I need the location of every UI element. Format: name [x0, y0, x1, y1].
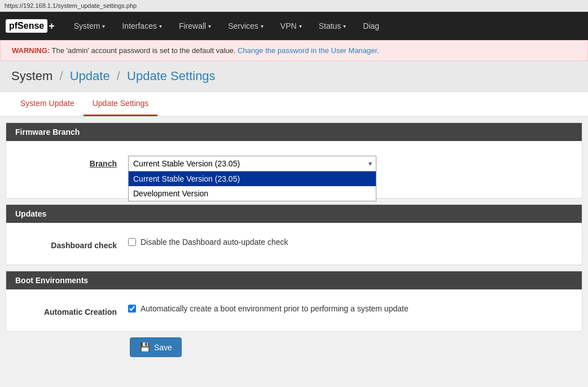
save-button-label: Save	[154, 343, 172, 352]
navbar: pfSense + System ▾ Interfaces ▾ Firewall…	[0, 12, 588, 40]
dropdown-option-stable[interactable]: Current Stable Version (23.05)	[129, 171, 376, 186]
nav-item-firewall[interactable]: Firewall ▾	[171, 17, 219, 35]
breadcrumb: System / Update / Update Settings	[11, 69, 577, 83]
panel-firmware-branch: Firmware Branch Branch Current Stable Ve…	[6, 122, 582, 199]
dashboard-checkbox-label: Disable the Dashboard auto-update check	[141, 238, 288, 247]
nav-item-system[interactable]: System ▾	[66, 17, 113, 35]
auto-creation-checkbox-label: Automatically create a boot environment …	[141, 304, 409, 313]
firmware-heading-text: Firmware Branch	[15, 127, 80, 137]
dropdown-options: Current Stable Version (23.05) Developme…	[128, 171, 376, 201]
pf-plus: +	[49, 20, 55, 32]
branch-select[interactable]: Current Stable Version (23.05) Developme…	[128, 156, 376, 171]
warning-label: WARNING:	[12, 46, 50, 55]
panel-body-updates: Dashboard check Disable the Dashboard au…	[6, 223, 582, 265]
nav-label-diag: Diag	[363, 21, 379, 30]
branch-label-text: Branch	[90, 159, 117, 168]
panel-heading-firmware: Firmware Branch	[6, 123, 582, 141]
updates-heading-text: Updates	[15, 209, 46, 218]
nav-item-vpn[interactable]: VPN ▾	[273, 17, 310, 35]
bc-sep-2: /	[117, 69, 120, 83]
panel-heading-updates: Updates	[6, 205, 582, 223]
dropdown-option-dev[interactable]: Development Version	[129, 186, 376, 201]
nav-label-status: Status	[319, 21, 341, 30]
branch-dropdown-wrapper: Current Stable Version (23.05) Developme…	[128, 156, 573, 171]
chevron-down-icon: ▾	[208, 23, 211, 29]
auto-creation-control: Automatically create a boot environment …	[128, 304, 573, 313]
bc-system: System	[11, 69, 52, 83]
option-dev-label: Development Version	[133, 189, 208, 198]
content-area: Firmware Branch Branch Current Stable Ve…	[0, 122, 588, 374]
dashboard-check-row: Dashboard check Disable the Dashboard au…	[15, 232, 573, 256]
panel-updates: Updates Dashboard check Disable the Dash…	[6, 204, 582, 265]
option-stable-label: Current Stable Version (23.05)	[133, 174, 240, 183]
dashboard-label: Dashboard check	[15, 238, 128, 250]
chevron-down-icon: ▾	[343, 23, 346, 29]
nav-item-status[interactable]: Status ▾	[311, 17, 354, 35]
panel-heading-boot: Boot Environments	[6, 271, 582, 289]
page-header: System / Update / Update Settings	[0, 61, 588, 92]
main-content: WARNING: The 'admin' account password is…	[0, 40, 588, 374]
auto-creation-checkbox[interactable]	[128, 305, 136, 313]
tab-system-update[interactable]: System Update	[11, 92, 84, 116]
tabs-container: System Update Update Settings	[0, 92, 588, 117]
nav-label-interfaces: Interfaces	[122, 21, 156, 30]
panel-body-boot: Automatic Creation Automatically create …	[6, 289, 582, 331]
dashboard-label-text: Dashboard check	[51, 241, 117, 250]
tab-label-update-settings: Update Settings	[93, 99, 149, 108]
branch-label: Branch	[15, 156, 128, 168]
warning-banner: WARNING: The 'admin' account password is…	[0, 40, 588, 61]
firmware-branch-row: Branch Current Stable Version (23.05) De…	[15, 150, 573, 189]
dashboard-check-control: Disable the Dashboard auto-update check	[128, 238, 573, 247]
save-button[interactable]: 💾 Save	[130, 337, 182, 357]
tab-label-system-update: System Update	[20, 99, 74, 108]
chevron-down-icon: ▾	[299, 23, 302, 29]
boot-heading-text: Boot Environments	[15, 276, 88, 285]
auto-creation-row: Automatic Creation Automatically create …	[15, 298, 573, 322]
tab-update-settings[interactable]: Update Settings	[84, 92, 158, 116]
nav-item-interfaces[interactable]: Interfaces ▾	[114, 17, 169, 35]
warning-message: The 'admin' account password is set to t…	[52, 46, 238, 55]
nav-item-diag[interactable]: Diag	[355, 17, 387, 35]
branch-control: Current Stable Version (23.05) Developme…	[128, 156, 573, 183]
dashboard-check-checkbox[interactable]	[128, 238, 136, 246]
pf-logo-text: pfSense	[6, 19, 47, 33]
chevron-down-icon: ▾	[261, 23, 264, 29]
save-icon: 💾	[139, 342, 151, 353]
nav-item-services[interactable]: Services ▾	[220, 17, 271, 35]
bc-sep-1: /	[59, 69, 63, 83]
bc-update[interactable]: Update	[70, 69, 110, 83]
nav-label-vpn: VPN	[280, 21, 297, 30]
tabs: System Update Update Settings	[11, 92, 577, 116]
auto-creation-label-text: Automatic Creation	[44, 307, 117, 316]
panel-body-firmware: Branch Current Stable Version (23.05) De…	[6, 141, 582, 198]
nav-label-services: Services	[228, 21, 258, 30]
bc-update-settings[interactable]: Update Settings	[127, 69, 216, 83]
chevron-down-icon: ▾	[102, 23, 105, 29]
browser-url-bar: https://192.168.1.1/system_update_settin…	[0, 0, 588, 12]
brand-logo[interactable]: pfSense +	[6, 19, 55, 33]
url-text: https://192.168.1.1/system_update_settin…	[5, 2, 137, 9]
nav-label-system: System	[74, 21, 100, 30]
save-area: 💾 Save	[6, 332, 582, 363]
select-wrapper: Current Stable Version (23.05) Developme…	[128, 156, 376, 171]
nav-menu: System ▾ Interfaces ▾ Firewall ▾ Service…	[66, 17, 387, 35]
nav-label-firewall: Firewall	[179, 21, 206, 30]
warning-link[interactable]: Change the password in the User Manager.	[238, 46, 379, 55]
panel-boot-environments: Boot Environments Automatic Creation Aut…	[6, 271, 582, 332]
auto-creation-label: Automatic Creation	[15, 304, 128, 316]
chevron-down-icon: ▾	[159, 23, 162, 29]
